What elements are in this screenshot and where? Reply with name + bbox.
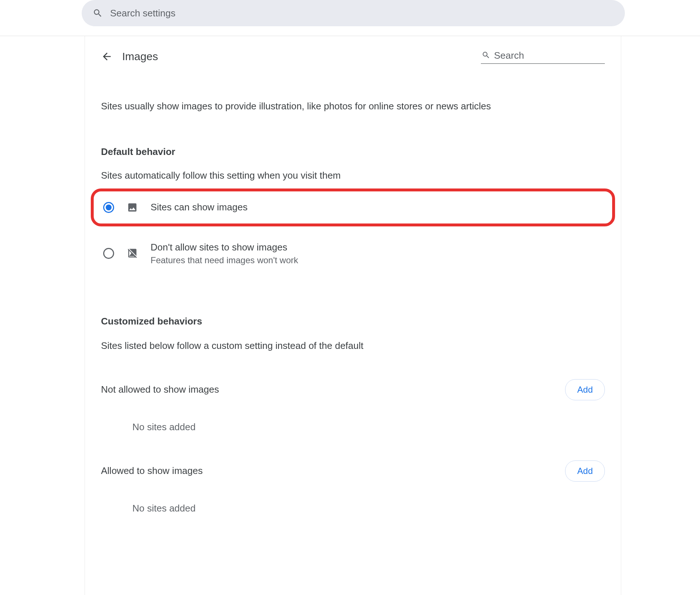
default-behavior-title: Default behavior (101, 146, 605, 158)
block-empty: No sites added (101, 421, 605, 433)
option-sublabel: Features that need images won't work (151, 255, 298, 265)
option-label: Sites can show images (151, 202, 248, 213)
settings-card: Images Search Sites usually show images … (85, 36, 621, 595)
search-icon (482, 51, 490, 61)
back-button[interactable] (101, 51, 113, 62)
option-block-images[interactable]: Don't allow sites to show images Feature… (101, 232, 605, 276)
search-icon (92, 7, 104, 19)
card-body: Sites usually show images to provide ill… (85, 100, 621, 514)
intro-text: Sites usually show images to provide ill… (101, 100, 605, 113)
page-search-placeholder: Search (494, 50, 524, 61)
option-text: Don't allow sites to show images Feature… (151, 242, 298, 265)
block-empty: No sites added (101, 503, 605, 514)
default-behavior-options: Sites can show images Don't allow sites … (101, 188, 605, 276)
block-not-allowed: Not allowed to show images Add No sites … (101, 379, 605, 433)
add-allowed-button[interactable]: Add (565, 460, 605, 482)
customized-behaviors-title: Customized behaviors (101, 316, 605, 327)
radio-selected[interactable] (103, 202, 114, 213)
block-head: Not allowed to show images Add (101, 379, 605, 400)
radio-unselected[interactable] (103, 248, 114, 259)
arrow-left-icon (101, 51, 113, 62)
option-text: Sites can show images (151, 202, 248, 213)
option-allow-images[interactable]: Sites can show images (91, 188, 615, 226)
option-label: Don't allow sites to show images (151, 242, 298, 253)
block-head: Allowed to show images Add (101, 460, 605, 482)
page-search[interactable]: Search (481, 49, 605, 64)
card-header: Images Search (85, 49, 621, 64)
page-title: Images (122, 50, 158, 63)
customized-behaviors-subtitle: Sites listed below follow a custom setti… (101, 340, 605, 351)
global-search-bar[interactable]: Search settings (82, 0, 625, 26)
global-search-bar-container: Search settings (0, 0, 700, 36)
image-icon (127, 202, 138, 213)
global-search-placeholder: Search settings (110, 8, 175, 19)
block-allowed: Allowed to show images Add No sites adde… (101, 460, 605, 514)
block-label: Allowed to show images (101, 465, 203, 477)
block-label: Not allowed to show images (101, 384, 219, 395)
add-not-allowed-button[interactable]: Add (565, 379, 605, 400)
no-image-icon (127, 248, 138, 259)
default-behavior-subtitle: Sites automatically follow this setting … (101, 170, 605, 181)
